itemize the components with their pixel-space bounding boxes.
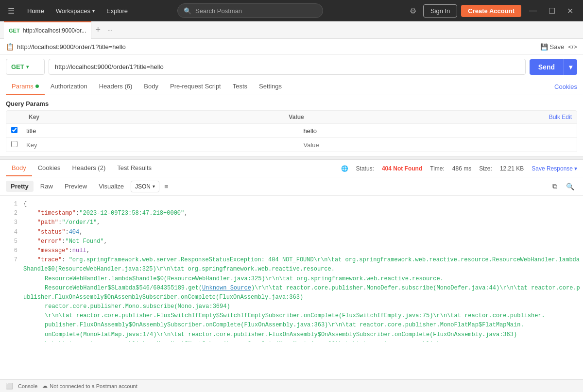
resp-tab-body[interactable]: Body [6, 160, 32, 176]
method-url-row: GET ▾ Send ▾ [0, 55, 583, 79]
section-divider [0, 156, 583, 160]
save-button[interactable]: 💾 Save [540, 43, 565, 51]
save-response-chevron-icon: ▾ [574, 165, 577, 172]
query-params-label: Query Params [6, 95, 577, 110]
hamburger-icon[interactable]: ☰ [6, 4, 17, 17]
param-checkbox-1[interactable] [11, 127, 17, 133]
url-bar-container: 📋 http://localhost:9000/order/1?title=he… [0, 39, 583, 55]
json-line-1: 1 { [8, 200, 583, 209]
tab-url-label: http://localhost:9000/or... [23, 27, 86, 34]
tab-bar: GET http://localhost:9000/or... + ··· [0, 21, 583, 39]
view-preview[interactable]: Preview [60, 181, 92, 192]
nav-links: Home Workspaces ▾ Explore [22, 4, 133, 17]
params-label: Params [12, 83, 34, 90]
request-tabs: Params Authorization Headers (6) Body Pr… [0, 79, 583, 95]
nav-home-link[interactable]: Home [22, 4, 49, 17]
json-line-2: 2 "timestamp": "2023-12-09T23:58:47.218+… [8, 209, 583, 218]
view-visualize[interactable]: Visualize [94, 181, 129, 192]
json-line-4: 4 "status": 404, [8, 228, 583, 237]
resp-cookies-label: Cookies [38, 164, 61, 171]
nav-right-actions: ⚙ Sign In Create Account — ☐ ✕ [407, 3, 577, 18]
size-value: 12.21 KB [500, 165, 524, 172]
param-check-2[interactable] [6, 138, 22, 152]
tab-headers[interactable]: Headers (6) [93, 79, 138, 95]
value-column-header: Value [284, 111, 544, 123]
cookies-link[interactable]: Cookies [554, 83, 577, 90]
resp-test-results-label: Test Results [117, 164, 152, 171]
save-icon: 💾 [540, 43, 548, 51]
view-pretty[interactable]: Pretty [6, 181, 34, 192]
view-actions: ⧉ 🔍 [549, 180, 577, 192]
send-button[interactable]: Send ▾ [530, 59, 577, 75]
authorization-label: Authorization [51, 83, 87, 90]
size-label: Size: [479, 165, 492, 172]
tab-settings[interactable]: Settings [253, 79, 288, 95]
param-checkbox-2[interactable] [11, 141, 17, 147]
url-input[interactable] [49, 59, 526, 75]
query-params-section: Query Params Key Value Bulk Edit [0, 95, 583, 152]
method-select[interactable]: GET ▾ [6, 59, 45, 75]
console-icon: ⬜ [6, 383, 13, 390]
minimize-button[interactable]: — [525, 4, 541, 17]
save-response-button[interactable]: Save Response ▾ [532, 165, 577, 172]
param-value-input-1[interactable] [300, 124, 577, 137]
resp-tab-cookies[interactable]: Cookies [32, 160, 67, 176]
search-bar[interactable]: 🔍 Search Postman [177, 3, 323, 18]
nav-explore-link[interactable]: Explore [102, 4, 133, 17]
url-title: http://localhost:9000/order/1?title=hell… [17, 43, 126, 51]
bulk-edit-button[interactable]: Bulk Edit [544, 111, 577, 123]
view-raw[interactable]: Raw [35, 181, 58, 192]
tests-label: Tests [233, 83, 247, 90]
tab-tests[interactable]: Tests [227, 79, 253, 95]
gear-icon[interactable]: ⚙ [407, 3, 419, 18]
param-check-1[interactable] [6, 124, 22, 137]
code-button[interactable]: </> [568, 43, 577, 51]
param-key-input-1[interactable] [22, 124, 300, 137]
time-label: Time: [430, 165, 445, 172]
param-row-2 [6, 138, 577, 152]
search-placeholder: Search Postman [195, 7, 242, 15]
close-button[interactable]: ✕ [563, 4, 577, 17]
sign-in-button[interactable]: Sign In [423, 4, 457, 17]
filter-icon[interactable]: ≡ [161, 181, 171, 192]
params-table-header: Key Value Bulk Edit [6, 110, 577, 124]
active-request-tab[interactable]: GET http://localhost:9000/or... [4, 21, 91, 39]
param-value-input-2[interactable] [300, 138, 577, 152]
search-response-button[interactable]: 🔍 [563, 180, 577, 192]
tab-pre-request[interactable]: Pre-request Script [164, 79, 227, 95]
console-label[interactable]: Console [18, 383, 37, 389]
body-label: Body [144, 83, 158, 90]
request-icon: 📋 [6, 43, 14, 51]
url-actions: 💾 Save </> [540, 43, 577, 51]
save-label: Save [550, 43, 565, 51]
settings-label: Settings [259, 83, 282, 90]
param-key-input-2[interactable] [22, 138, 300, 152]
status-label: Status: [356, 165, 374, 172]
more-tabs-button[interactable]: ··· [104, 26, 116, 34]
copy-response-button[interactable]: ⧉ [549, 180, 560, 192]
json-response[interactable]: 1 { 2 "timestamp": "2023-12-09T23:58:47.… [0, 196, 583, 341]
resp-tab-headers[interactable]: Headers (2) [67, 160, 112, 176]
key-column-header: Key [24, 111, 284, 123]
send-chevron-icon[interactable]: ▾ [564, 59, 577, 75]
connection-label: Not connected to a Postman account [50, 383, 137, 389]
connection-icon: ☁ [42, 383, 48, 389]
method-chevron-icon: ▾ [26, 64, 29, 69]
resp-body-label: Body [12, 164, 26, 171]
format-select[interactable]: JSON ▾ [131, 181, 159, 192]
maximize-button[interactable]: ☐ [545, 4, 559, 17]
response-status-bar: 🌐 Status: 404 Not Found Time: 486 ms Siz… [341, 165, 577, 172]
search-icon: 🔍 [184, 7, 191, 15]
json-line-7: 7 "trace": "org.springframework.web.serv… [8, 256, 583, 341]
tab-params[interactable]: Params [6, 79, 45, 95]
tab-authorization[interactable]: Authorization [45, 79, 93, 95]
resp-tab-test-results[interactable]: Test Results [111, 160, 157, 176]
create-account-button[interactable]: Create Account [461, 5, 521, 17]
globe-icon: 🌐 [341, 165, 348, 172]
add-tab-button[interactable]: + [91, 25, 104, 35]
tab-body[interactable]: Body [138, 79, 164, 95]
time-value: 486 ms [452, 165, 471, 172]
param-row-1 [6, 124, 577, 138]
nav-workspaces-link[interactable]: Workspaces ▾ [51, 4, 100, 17]
workspaces-chevron-icon: ▾ [92, 8, 95, 14]
